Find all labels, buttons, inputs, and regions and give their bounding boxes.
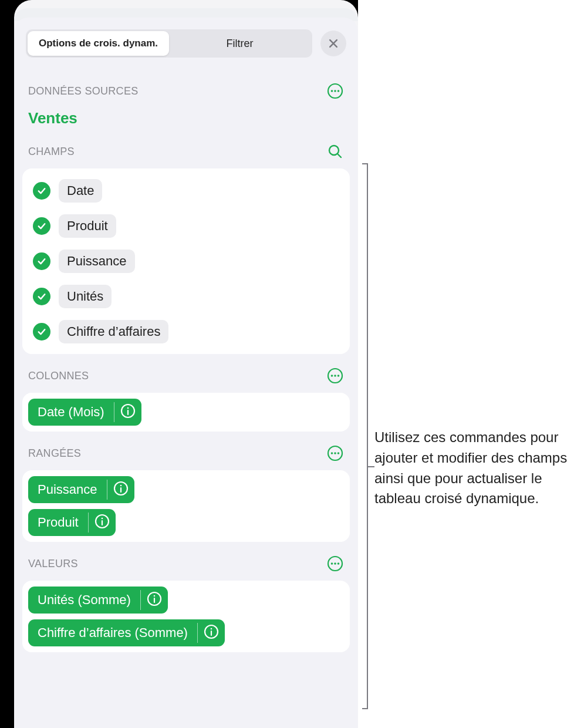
- field-row[interactable]: Unités: [28, 279, 344, 314]
- info-icon: [94, 514, 110, 531]
- field-chip[interactable]: Puissance: [59, 250, 135, 273]
- svg-point-26: [211, 628, 212, 630]
- svg-point-22: [337, 562, 340, 565]
- svg-point-2: [334, 90, 336, 92]
- close-button[interactable]: [320, 31, 346, 56]
- svg-point-14: [337, 452, 340, 454]
- pill-label: Date (Mois): [28, 399, 114, 426]
- field-chip[interactable]: Date: [59, 179, 102, 203]
- columns-more-button[interactable]: [326, 367, 344, 385]
- svg-point-24: [154, 595, 156, 597]
- field-chip[interactable]: Unités: [59, 285, 112, 308]
- tab-pivot-options[interactable]: Options de crois. dynam.: [28, 31, 169, 56]
- info-icon: [204, 624, 219, 642]
- check-icon: [33, 182, 50, 200]
- field-pill[interactable]: Date (Mois): [28, 399, 141, 426]
- pill-label: Chiffre d’affaires (Somme): [28, 619, 197, 646]
- source-data-more-button[interactable]: [326, 82, 344, 100]
- values-more-button[interactable]: [326, 555, 344, 572]
- svg-point-7: [334, 375, 336, 377]
- field-row[interactable]: Produit: [28, 208, 344, 244]
- close-icon: [328, 38, 339, 49]
- source-table-name[interactable]: Ventes: [14, 103, 358, 130]
- more-icon: [327, 83, 343, 99]
- svg-point-18: [101, 518, 103, 520]
- check-icon: [33, 217, 50, 235]
- pill-label: Unités (Somme): [28, 587, 140, 614]
- svg-point-20: [331, 562, 333, 565]
- svg-point-1: [331, 90, 333, 92]
- search-icon: [327, 143, 343, 160]
- field-row[interactable]: Date: [28, 173, 344, 208]
- columns-label: COLONNES: [28, 370, 89, 382]
- fields-search-button[interactable]: [326, 143, 344, 160]
- pill-label: Produit: [28, 509, 88, 536]
- check-icon: [33, 252, 50, 270]
- field-pill[interactable]: Puissance: [28, 476, 134, 503]
- more-icon: [327, 368, 343, 384]
- fields-label: CHAMPS: [28, 146, 75, 158]
- svg-point-16: [120, 485, 121, 487]
- rows-zone[interactable]: PuissanceProduit: [22, 470, 350, 542]
- info-icon: [113, 481, 129, 498]
- fields-list: DateProduitPuissanceUnitésChiffre d’affa…: [22, 168, 350, 354]
- pill-info-button[interactable]: [141, 587, 168, 614]
- pill-info-button[interactable]: [114, 399, 141, 426]
- more-icon: [327, 445, 343, 461]
- source-data-label: DONNÉES SOURCES: [28, 85, 139, 97]
- rows-label: RANGÉES: [28, 447, 81, 460]
- rows-more-button[interactable]: [326, 444, 344, 462]
- pill-info-button[interactable]: [198, 619, 225, 646]
- field-pill[interactable]: Chiffre d’affaires (Somme): [28, 619, 225, 646]
- values-zone[interactable]: Unités (Somme)Chiffre d’affaires (Somme): [22, 581, 350, 652]
- check-icon: [33, 288, 50, 305]
- callout-text: Utilisez ces commandes pour ajouter et m…: [374, 427, 580, 509]
- field-pill[interactable]: Unités (Somme): [28, 587, 168, 614]
- field-chip[interactable]: Produit: [59, 214, 116, 238]
- check-icon: [33, 323, 50, 341]
- segmented-control: Options de crois. dynam. Filtrer: [26, 29, 312, 58]
- callout-bracket: [362, 163, 374, 709]
- tab-filter[interactable]: Filtrer: [169, 31, 310, 56]
- pill-info-button[interactable]: [107, 476, 134, 503]
- svg-point-3: [337, 90, 340, 92]
- svg-point-13: [334, 452, 336, 454]
- values-label: VALEURS: [28, 558, 78, 570]
- svg-point-6: [331, 375, 333, 377]
- svg-point-10: [127, 407, 129, 409]
- pill-label: Puissance: [28, 476, 107, 503]
- svg-point-21: [334, 562, 336, 565]
- pill-info-button[interactable]: [89, 509, 116, 536]
- field-chip[interactable]: Chiffre d’affaires: [59, 320, 168, 343]
- svg-point-8: [337, 375, 340, 377]
- svg-point-12: [331, 452, 333, 454]
- info-icon: [147, 591, 162, 609]
- field-row[interactable]: Puissance: [28, 244, 344, 279]
- field-pill[interactable]: Produit: [28, 509, 116, 536]
- pivot-options-panel: Options de crois. dynam. Filtrer DONNÉES…: [14, 0, 358, 728]
- field-row[interactable]: Chiffre d’affaires: [28, 314, 344, 349]
- columns-zone[interactable]: Date (Mois): [22, 393, 350, 432]
- more-icon: [327, 555, 343, 572]
- info-icon: [120, 403, 136, 421]
